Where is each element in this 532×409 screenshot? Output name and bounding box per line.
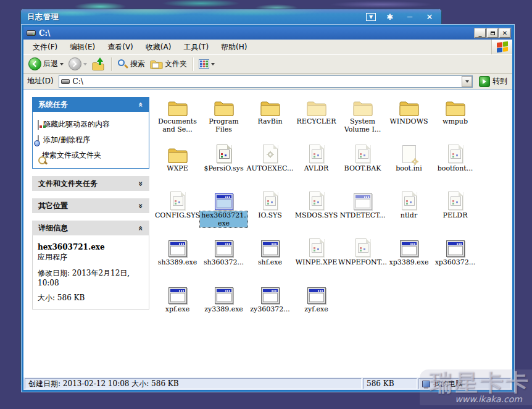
app-icon	[261, 283, 280, 304]
inifile-icon	[402, 142, 416, 163]
file-item[interactable]: $PersiO.sys	[201, 140, 247, 187]
file-label: xp360372...	[434, 258, 477, 266]
gear-icon[interactable]: ✱	[384, 12, 396, 22]
folders-label: 文件夹	[165, 59, 187, 69]
close-button[interactable]: ✕	[499, 28, 510, 38]
folder-view: 系统任务 « 隐藏此驱动器的内容添加/删除程序搜索文件或文件夹 文件和文件夹任务…	[23, 90, 512, 377]
file-item[interactable]: AVLDR	[293, 140, 339, 187]
file-item[interactable]: RECYCLER	[293, 93, 339, 140]
minimize-button[interactable]: _	[475, 28, 486, 38]
app-icon	[446, 236, 465, 257]
maximize-button[interactable]	[487, 28, 498, 38]
sysdoc-icon	[355, 236, 370, 257]
task-label: 添加/删除程序	[43, 135, 90, 145]
file-item[interactable]: WINDOWS	[386, 93, 432, 140]
views-dropdown-icon[interactable]	[211, 63, 215, 65]
menu-item-2[interactable]: 查看(V)	[102, 40, 139, 54]
rollup-icon[interactable]: ▼	[366, 13, 376, 21]
forward-button[interactable]	[67, 57, 88, 70]
file-item[interactable]: CONFIG.SYS	[154, 187, 201, 234]
panel-system-tasks: 系统任务 « 隐藏此驱动器的内容添加/删除程序搜索文件或文件夹	[32, 97, 149, 169]
file-item[interactable]: xp3389.exe	[386, 234, 432, 281]
file-item[interactable]: bootfont...	[432, 140, 478, 187]
file-label: AUTOEXEC...	[246, 164, 295, 172]
details-body: hex3603721.exe 应用程序 修改日期: 2013年2月12日, 10…	[32, 235, 149, 310]
menu-item-3[interactable]: 收藏(A)	[140, 40, 177, 54]
system-tasks-header[interactable]: 系统任务 «	[32, 97, 149, 112]
task-item[interactable]: 搜索文件或文件夹	[36, 148, 145, 163]
app-icon	[307, 283, 326, 304]
address-input[interactable]: C:\	[59, 75, 473, 88]
chevron-down-icon: »	[136, 181, 145, 186]
views-button[interactable]	[197, 59, 216, 69]
file-item[interactable]: NTDETECT...	[339, 187, 386, 234]
details-file-type: 应用程序	[36, 251, 145, 263]
close-icon[interactable]: ✕	[424, 12, 435, 22]
file-item[interactable]: zy360372...	[247, 281, 293, 328]
log-manager-titlebar[interactable]: 日志管理 ▼ ✱ ─ ✕	[21, 9, 441, 25]
file-item[interactable]: boot.ini	[386, 140, 432, 187]
task-label: 搜索文件或文件夹	[42, 150, 101, 161]
drive-icon	[27, 30, 36, 36]
file-label: NTDETECT...	[339, 211, 387, 219]
task-item[interactable]: 添加/删除程序	[36, 132, 145, 148]
file-item[interactable]: IO.SYS	[247, 187, 293, 234]
back-dropdown-icon[interactable]	[60, 63, 64, 65]
menu-item-5[interactable]: 帮助(H)	[215, 40, 252, 54]
task-item[interactable]: 隐藏此驱动器的内容	[36, 117, 145, 132]
file-item[interactable]: wmpub	[432, 93, 478, 140]
details-modified: 修改日期: 2013年2月12日, 10:08	[36, 263, 145, 288]
windows-logo	[491, 40, 512, 54]
file-label: bootfont...	[436, 164, 474, 172]
menu-item-0[interactable]: 文件(F)	[27, 40, 63, 54]
file-tasks-header[interactable]: 文件和文件夹任务 »	[32, 176, 149, 191]
app-icon	[168, 283, 187, 304]
file-item[interactable]: Program Files	[201, 93, 247, 140]
file-item[interactable]: sh3389.exe	[154, 234, 201, 281]
file-item[interactable]: hex3603721. exe	[201, 187, 247, 234]
chevron-up-icon: «	[136, 226, 145, 230]
file-item[interactable]: xpf.exe	[154, 281, 201, 328]
menu-item-4[interactable]: 工具(T)	[178, 40, 214, 54]
minimize-icon[interactable]: ─	[404, 12, 415, 22]
file-label: zy3389.exe	[203, 305, 244, 313]
app-icon	[168, 236, 187, 257]
sysdoc-icon	[448, 142, 463, 163]
up-button[interactable]	[91, 58, 107, 70]
panel-title: 文件和文件夹任务	[38, 179, 98, 189]
address-dropdown-button[interactable]	[462, 76, 472, 87]
sysdoc-icon	[309, 189, 324, 210]
app-icon	[215, 189, 233, 210]
folders-button[interactable]: 文件夹	[149, 59, 188, 69]
forward-dropdown-icon[interactable]	[83, 63, 87, 65]
explorer-titlebar[interactable]: C:\ _ ✕	[23, 27, 512, 40]
app-icon	[215, 236, 233, 257]
go-button[interactable]: 转到	[476, 76, 510, 87]
app-icon	[215, 283, 233, 304]
file-item[interactable]: MSDOS.SYS	[293, 187, 339, 234]
file-item[interactable]: BOOT.BAK	[339, 140, 386, 187]
back-button[interactable]: 后退	[27, 57, 65, 70]
details-header[interactable]: 详细信息 «	[32, 221, 149, 235]
file-item[interactable]: sh360372...	[201, 234, 247, 281]
file-item[interactable]: WINPE.XPE	[293, 234, 339, 281]
file-item[interactable]: ntldr	[386, 187, 432, 234]
folder-up-icon	[92, 58, 106, 70]
file-item[interactable]: Documents and Se...	[154, 93, 201, 140]
file-item[interactable]: PELDR	[432, 187, 478, 234]
file-item[interactable]: shf.exe	[247, 234, 293, 281]
file-item[interactable]: WNPEFONT...	[339, 234, 386, 281]
file-item[interactable]: zy3389.exe	[201, 281, 247, 328]
search-button[interactable]: 搜索	[116, 59, 146, 70]
menu-item-1[interactable]: 编辑(E)	[64, 40, 101, 54]
file-item[interactable]: System Volume I...	[339, 93, 386, 140]
file-item[interactable]: RavBin	[247, 93, 293, 140]
file-item[interactable]: WXPE	[154, 140, 201, 187]
file-item[interactable]: zyf.exe	[293, 281, 339, 328]
other-places-header[interactable]: 其它位置 »	[32, 198, 149, 213]
file-item[interactable]: AUTOEXEC...	[247, 140, 293, 187]
forward-icon	[69, 57, 81, 70]
file-item[interactable]: xp360372...	[432, 234, 478, 281]
back-label: 后退	[43, 59, 58, 69]
file-label: xp3389.exe	[388, 258, 430, 266]
